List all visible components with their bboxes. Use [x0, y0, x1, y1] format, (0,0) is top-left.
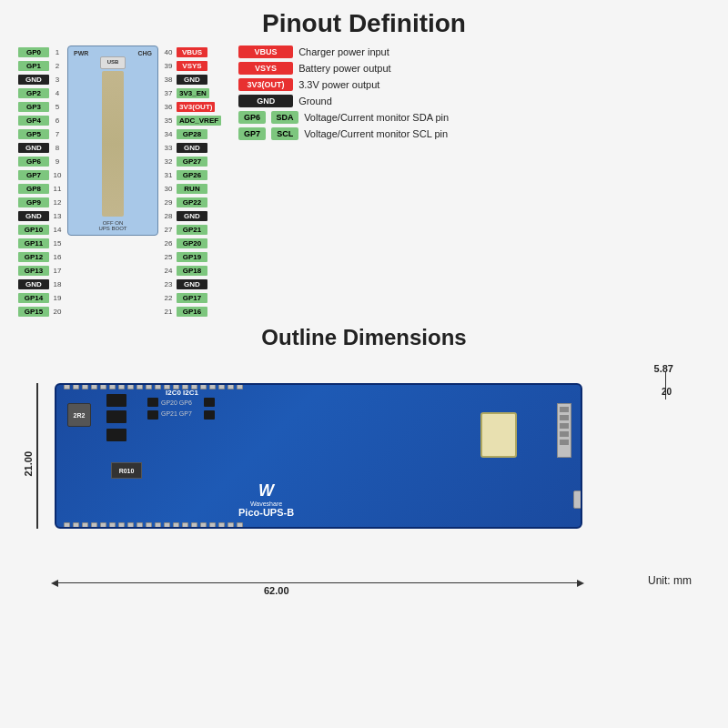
pin	[64, 522, 70, 529]
pin-number: 39	[162, 62, 175, 70]
pin	[218, 522, 225, 529]
pin	[182, 522, 188, 529]
pin-number: 1	[51, 48, 64, 56]
legend-3v3: 3V3(OUT) 3.3V power output	[238, 78, 710, 91]
pin	[237, 522, 243, 529]
pin	[164, 522, 170, 529]
pin	[73, 522, 79, 529]
pin	[209, 383, 216, 389]
pin-number: 27	[162, 226, 175, 234]
pin-label: GND	[177, 279, 207, 289]
usb-connector: USB	[100, 56, 126, 69]
legend-desc-gnd: Ground	[298, 96, 332, 106]
pin-label: GND	[177, 143, 207, 153]
pcb-board: PWR CHG USB OFF ON UPS BOOT	[67, 46, 158, 236]
left-pin-row: GP1014	[18, 223, 64, 236]
pin-number: 29	[162, 198, 175, 207]
legend-chip-gp6: GP6	[238, 111, 266, 124]
ws-logo: W	[258, 481, 274, 500]
legend-desc-vsys: Battery power output	[298, 63, 391, 74]
right-pin-row: 38GND	[162, 73, 207, 86]
pin-label: GND	[18, 279, 49, 289]
main-board: 2R2 R010 I2C0 I2C1 GP20 GP6 GP21 GP7	[55, 383, 582, 529]
pin-label: GP21	[177, 225, 207, 235]
right-pin-row: 21GP16	[162, 305, 207, 318]
pin-number: 9	[51, 157, 64, 166]
left-pin-row: GP1520	[18, 305, 64, 318]
header-pin	[560, 407, 569, 412]
pin	[228, 383, 234, 389]
pin	[218, 383, 225, 389]
pin	[155, 522, 161, 529]
pin-number: 30	[162, 185, 175, 193]
pin-number: 20	[51, 308, 64, 316]
pin	[200, 522, 207, 529]
legend-desc-sda: Voltage/Current monitor SDA pin	[304, 112, 449, 123]
dim-5-87: 5.87	[654, 363, 673, 374]
pinout-area: GP01GP12GND3GP24GP35GP46GP57GND8GP69GP71…	[18, 46, 710, 318]
legend-chip-gp7: GP7	[238, 127, 266, 140]
small-chip1	[147, 398, 158, 407]
pin-number: 7	[51, 130, 64, 138]
small-chip2	[147, 410, 158, 420]
pin-number: 35	[162, 116, 175, 125]
left-pin-row: GP12	[18, 59, 64, 72]
right-pin-row: 39VSYS	[162, 59, 207, 72]
pin-label: GP2	[18, 88, 49, 98]
small-chip3	[204, 398, 215, 407]
legend-desc-3v3: 3.3V power output	[298, 79, 379, 90]
pin	[173, 522, 179, 529]
legend-chip-vsys: VSYS	[238, 62, 293, 75]
battery-connector	[480, 412, 517, 458]
pin-number: 11	[51, 185, 64, 193]
chip3	[106, 429, 126, 441]
legend-chip-3v3: 3V3(OUT)	[238, 78, 293, 91]
pin-label: VSYS	[177, 61, 207, 71]
pin	[191, 522, 197, 529]
outline-title: Outline Dimensions	[18, 325, 710, 350]
pin-number: 19	[51, 294, 64, 302]
pin-label: GND	[18, 143, 49, 153]
pin-number: 10	[51, 171, 64, 179]
pin-number: 28	[162, 212, 175, 220]
pin-label: ADC_VREF	[177, 116, 221, 126]
pin-label: GP26	[177, 170, 207, 180]
arrow-right	[577, 580, 584, 587]
pin-label: GP5	[18, 129, 49, 139]
pin	[127, 522, 134, 529]
pin-label: GP28	[177, 129, 207, 139]
left-pin-row: GP1216	[18, 250, 64, 263]
pin-label: GP22	[177, 197, 207, 207]
pin-number: 8	[51, 144, 64, 152]
legend-sda: GP6 SDA Voltage/Current monitor SDA pin	[238, 111, 710, 124]
left-pin-row: GP710	[18, 168, 64, 181]
model-label: Pico-UPS-B	[238, 507, 294, 518]
pin	[136, 383, 143, 389]
inductor-label: 2R2	[74, 412, 86, 419]
pin	[100, 522, 106, 529]
bottom-pins	[64, 522, 243, 529]
pin	[82, 383, 88, 389]
pin-label: GP8	[18, 184, 49, 194]
pin-number: 2	[51, 62, 64, 70]
pin	[237, 383, 243, 389]
resistor-component: R010	[111, 462, 142, 479]
pin	[73, 383, 79, 389]
pin	[109, 383, 116, 389]
pin-number: 4	[51, 89, 64, 97]
pin-number: 13	[51, 212, 64, 220]
pin-number: 24	[162, 267, 175, 275]
right-pin-row: 26GP20	[162, 237, 207, 249]
inductor-component: 2R2	[67, 403, 91, 427]
pin-label: GP15	[18, 307, 49, 317]
pin-number: 3	[51, 76, 64, 84]
right-pin-row: 33GND	[162, 141, 207, 154]
legend-scl: GP7 SCL Voltage/Current monitor SCL pin	[238, 127, 710, 140]
pin-label: GP4	[18, 116, 49, 126]
left-pin-row: GP69	[18, 155, 64, 167]
legend-vsys: VSYS Battery power output	[238, 62, 710, 75]
pin-label: 3V3(OUT)	[177, 102, 215, 112]
pin-number: 25	[162, 253, 175, 261]
pin-number: 34	[162, 130, 175, 138]
pin	[91, 383, 97, 389]
